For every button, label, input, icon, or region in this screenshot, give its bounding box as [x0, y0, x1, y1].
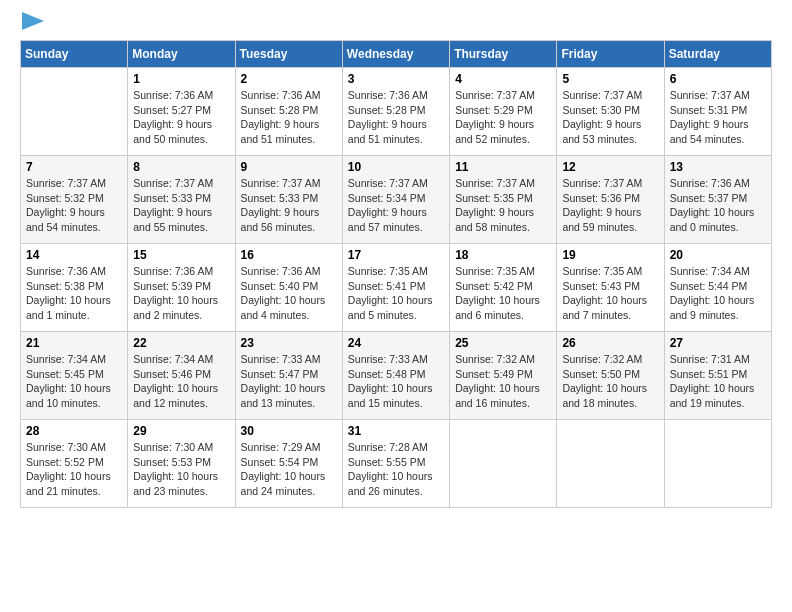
- day-number: 28: [26, 424, 122, 438]
- calendar-cell: [557, 420, 664, 508]
- day-header-tuesday: Tuesday: [235, 41, 342, 68]
- calendar-cell: 23Sunrise: 7:33 AMSunset: 5:47 PMDayligh…: [235, 332, 342, 420]
- day-number: 2: [241, 72, 337, 86]
- day-info: Sunrise: 7:35 AMSunset: 5:43 PMDaylight:…: [562, 264, 658, 323]
- calendar-cell: 11Sunrise: 7:37 AMSunset: 5:35 PMDayligh…: [450, 156, 557, 244]
- day-info: Sunrise: 7:36 AMSunset: 5:40 PMDaylight:…: [241, 264, 337, 323]
- day-header-friday: Friday: [557, 41, 664, 68]
- day-info: Sunrise: 7:36 AMSunset: 5:27 PMDaylight:…: [133, 88, 229, 147]
- calendar-cell: 4Sunrise: 7:37 AMSunset: 5:29 PMDaylight…: [450, 68, 557, 156]
- day-info: Sunrise: 7:34 AMSunset: 5:46 PMDaylight:…: [133, 352, 229, 411]
- calendar-week-row: 7Sunrise: 7:37 AMSunset: 5:32 PMDaylight…: [21, 156, 772, 244]
- svg-marker-0: [22, 12, 44, 30]
- calendar-cell: 13Sunrise: 7:36 AMSunset: 5:37 PMDayligh…: [664, 156, 771, 244]
- calendar-header-row: SundayMondayTuesdayWednesdayThursdayFrid…: [21, 41, 772, 68]
- day-info: Sunrise: 7:32 AMSunset: 5:50 PMDaylight:…: [562, 352, 658, 411]
- day-number: 18: [455, 248, 551, 262]
- day-info: Sunrise: 7:34 AMSunset: 5:45 PMDaylight:…: [26, 352, 122, 411]
- day-header-thursday: Thursday: [450, 41, 557, 68]
- day-info: Sunrise: 7:36 AMSunset: 5:38 PMDaylight:…: [26, 264, 122, 323]
- calendar-cell: 14Sunrise: 7:36 AMSunset: 5:38 PMDayligh…: [21, 244, 128, 332]
- calendar-cell: 29Sunrise: 7:30 AMSunset: 5:53 PMDayligh…: [128, 420, 235, 508]
- page-header: [20, 20, 772, 30]
- day-info: Sunrise: 7:36 AMSunset: 5:28 PMDaylight:…: [348, 88, 444, 147]
- calendar-cell: 2Sunrise: 7:36 AMSunset: 5:28 PMDaylight…: [235, 68, 342, 156]
- calendar-cell: [21, 68, 128, 156]
- day-number: 29: [133, 424, 229, 438]
- day-number: 13: [670, 160, 766, 174]
- calendar-table: SundayMondayTuesdayWednesdayThursdayFrid…: [20, 40, 772, 508]
- day-info: Sunrise: 7:35 AMSunset: 5:42 PMDaylight:…: [455, 264, 551, 323]
- day-number: 4: [455, 72, 551, 86]
- calendar-cell: [450, 420, 557, 508]
- day-info: Sunrise: 7:33 AMSunset: 5:47 PMDaylight:…: [241, 352, 337, 411]
- calendar-cell: 19Sunrise: 7:35 AMSunset: 5:43 PMDayligh…: [557, 244, 664, 332]
- calendar-cell: 1Sunrise: 7:36 AMSunset: 5:27 PMDaylight…: [128, 68, 235, 156]
- day-number: 22: [133, 336, 229, 350]
- calendar-week-row: 21Sunrise: 7:34 AMSunset: 5:45 PMDayligh…: [21, 332, 772, 420]
- calendar-cell: 5Sunrise: 7:37 AMSunset: 5:30 PMDaylight…: [557, 68, 664, 156]
- day-header-saturday: Saturday: [664, 41, 771, 68]
- day-info: Sunrise: 7:32 AMSunset: 5:49 PMDaylight:…: [455, 352, 551, 411]
- day-info: Sunrise: 7:28 AMSunset: 5:55 PMDaylight:…: [348, 440, 444, 499]
- calendar-cell: 10Sunrise: 7:37 AMSunset: 5:34 PMDayligh…: [342, 156, 449, 244]
- day-number: 21: [26, 336, 122, 350]
- calendar-cell: 24Sunrise: 7:33 AMSunset: 5:48 PMDayligh…: [342, 332, 449, 420]
- logo: [20, 20, 44, 30]
- logo-arrow-icon: [22, 12, 44, 30]
- day-number: 20: [670, 248, 766, 262]
- day-info: Sunrise: 7:36 AMSunset: 5:39 PMDaylight:…: [133, 264, 229, 323]
- calendar-week-row: 1Sunrise: 7:36 AMSunset: 5:27 PMDaylight…: [21, 68, 772, 156]
- day-number: 1: [133, 72, 229, 86]
- day-info: Sunrise: 7:30 AMSunset: 5:53 PMDaylight:…: [133, 440, 229, 499]
- calendar-cell: 18Sunrise: 7:35 AMSunset: 5:42 PMDayligh…: [450, 244, 557, 332]
- day-info: Sunrise: 7:37 AMSunset: 5:32 PMDaylight:…: [26, 176, 122, 235]
- calendar-cell: 30Sunrise: 7:29 AMSunset: 5:54 PMDayligh…: [235, 420, 342, 508]
- day-number: 19: [562, 248, 658, 262]
- day-header-monday: Monday: [128, 41, 235, 68]
- day-info: Sunrise: 7:36 AMSunset: 5:37 PMDaylight:…: [670, 176, 766, 235]
- day-number: 30: [241, 424, 337, 438]
- day-info: Sunrise: 7:30 AMSunset: 5:52 PMDaylight:…: [26, 440, 122, 499]
- day-number: 16: [241, 248, 337, 262]
- day-number: 12: [562, 160, 658, 174]
- calendar-cell: 17Sunrise: 7:35 AMSunset: 5:41 PMDayligh…: [342, 244, 449, 332]
- day-number: 11: [455, 160, 551, 174]
- calendar-cell: 31Sunrise: 7:28 AMSunset: 5:55 PMDayligh…: [342, 420, 449, 508]
- day-info: Sunrise: 7:31 AMSunset: 5:51 PMDaylight:…: [670, 352, 766, 411]
- calendar-cell: 26Sunrise: 7:32 AMSunset: 5:50 PMDayligh…: [557, 332, 664, 420]
- calendar-cell: 8Sunrise: 7:37 AMSunset: 5:33 PMDaylight…: [128, 156, 235, 244]
- day-number: 24: [348, 336, 444, 350]
- calendar-cell: 22Sunrise: 7:34 AMSunset: 5:46 PMDayligh…: [128, 332, 235, 420]
- day-number: 25: [455, 336, 551, 350]
- day-number: 7: [26, 160, 122, 174]
- day-info: Sunrise: 7:37 AMSunset: 5:29 PMDaylight:…: [455, 88, 551, 147]
- day-info: Sunrise: 7:37 AMSunset: 5:31 PMDaylight:…: [670, 88, 766, 147]
- calendar-cell: 21Sunrise: 7:34 AMSunset: 5:45 PMDayligh…: [21, 332, 128, 420]
- day-info: Sunrise: 7:29 AMSunset: 5:54 PMDaylight:…: [241, 440, 337, 499]
- day-number: 14: [26, 248, 122, 262]
- day-number: 23: [241, 336, 337, 350]
- calendar-cell: 12Sunrise: 7:37 AMSunset: 5:36 PMDayligh…: [557, 156, 664, 244]
- day-info: Sunrise: 7:36 AMSunset: 5:28 PMDaylight:…: [241, 88, 337, 147]
- calendar-cell: 6Sunrise: 7:37 AMSunset: 5:31 PMDaylight…: [664, 68, 771, 156]
- calendar-cell: 25Sunrise: 7:32 AMSunset: 5:49 PMDayligh…: [450, 332, 557, 420]
- day-info: Sunrise: 7:37 AMSunset: 5:35 PMDaylight:…: [455, 176, 551, 235]
- calendar-cell: 3Sunrise: 7:36 AMSunset: 5:28 PMDaylight…: [342, 68, 449, 156]
- calendar-cell: 20Sunrise: 7:34 AMSunset: 5:44 PMDayligh…: [664, 244, 771, 332]
- day-number: 17: [348, 248, 444, 262]
- day-number: 9: [241, 160, 337, 174]
- day-number: 5: [562, 72, 658, 86]
- day-number: 26: [562, 336, 658, 350]
- day-info: Sunrise: 7:37 AMSunset: 5:33 PMDaylight:…: [133, 176, 229, 235]
- calendar-week-row: 14Sunrise: 7:36 AMSunset: 5:38 PMDayligh…: [21, 244, 772, 332]
- calendar-cell: 9Sunrise: 7:37 AMSunset: 5:33 PMDaylight…: [235, 156, 342, 244]
- day-number: 3: [348, 72, 444, 86]
- day-info: Sunrise: 7:37 AMSunset: 5:30 PMDaylight:…: [562, 88, 658, 147]
- day-number: 6: [670, 72, 766, 86]
- calendar-cell: [664, 420, 771, 508]
- calendar-week-row: 28Sunrise: 7:30 AMSunset: 5:52 PMDayligh…: [21, 420, 772, 508]
- day-info: Sunrise: 7:33 AMSunset: 5:48 PMDaylight:…: [348, 352, 444, 411]
- calendar-cell: 15Sunrise: 7:36 AMSunset: 5:39 PMDayligh…: [128, 244, 235, 332]
- calendar-cell: 16Sunrise: 7:36 AMSunset: 5:40 PMDayligh…: [235, 244, 342, 332]
